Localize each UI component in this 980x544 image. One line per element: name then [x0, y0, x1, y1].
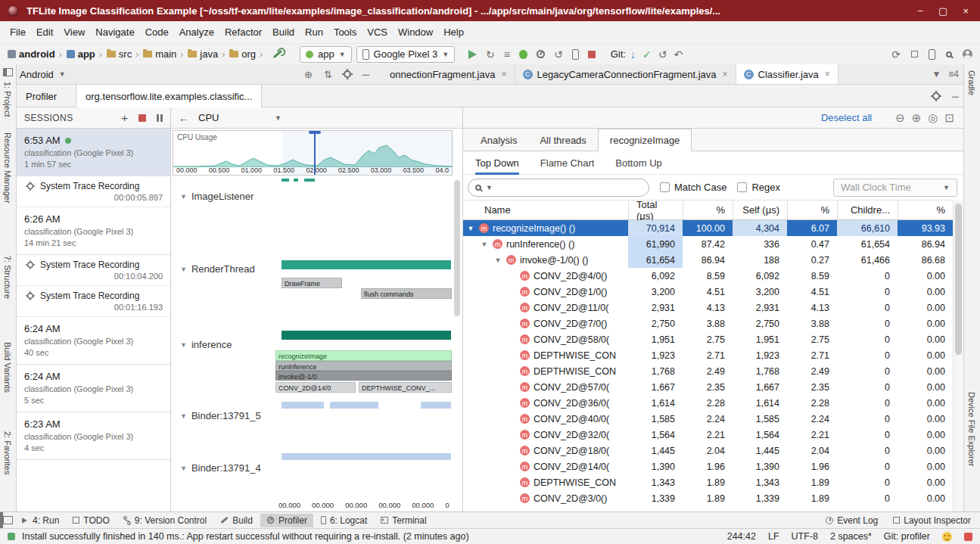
- editor-tab[interactable]: onnectionFragment.java ×: [382, 64, 515, 84]
- breadcrumb-item[interactable]: src ›: [107, 48, 139, 60]
- trace-event-drawframe[interactable]: DrawFrame: [282, 278, 342, 288]
- inference-activity-bar[interactable]: [282, 331, 451, 340]
- table-row[interactable]: mCONV_2D@4/0()6,0928.596,0928.5900.00: [463, 268, 953, 284]
- line-separator[interactable]: LF: [768, 531, 779, 542]
- column-children-pct[interactable]: %: [898, 201, 953, 219]
- menu-item[interactable]: Run: [300, 24, 328, 40]
- editor-tab-active[interactable]: C Classifier.java ×: [736, 64, 838, 84]
- run-button[interactable]: [468, 50, 477, 59]
- binder-activity-bar[interactable]: [282, 453, 451, 460]
- menu-item[interactable]: File: [5, 24, 31, 40]
- toolbar-item-run[interactable]: 4: Run: [14, 514, 65, 527]
- chevron-down-icon[interactable]: ▼: [932, 69, 941, 79]
- pause-icon[interactable]: [157, 114, 163, 122]
- tab-analysis[interactable]: Analysis: [469, 129, 528, 151]
- hidden-tabs-icon[interactable]: ≡4: [948, 69, 959, 79]
- session-item[interactable]: 6:23 AM classification (Google Pixel 3) …: [17, 412, 170, 460]
- clock-type-select[interactable]: Wall Clock Time ▼: [833, 179, 957, 197]
- minimize-button[interactable]: −: [914, 5, 928, 17]
- table-row[interactable]: mDEPTHWISE_CON1,3431.891,3431.8900.00: [463, 474, 953, 490]
- editor-tab[interactable]: C LegacyCameraConnectionFragment.java ×: [515, 64, 736, 84]
- match-case-checkbox[interactable]: [660, 182, 670, 192]
- sidebar-item-project[interactable]: 1: Project: [3, 82, 12, 117]
- sidebar-item-gradle[interactable]: Gradle: [967, 70, 976, 95]
- memory-indicator-icon[interactable]: [964, 533, 972, 541]
- tab-flame-chart[interactable]: Flame Chart: [540, 151, 595, 175]
- apply-changes-icon[interactable]: ↻: [486, 49, 495, 60]
- device-select[interactable]: Google Pixel 3 ▼: [356, 46, 455, 63]
- breadcrumb-item[interactable]: android ›: [8, 48, 63, 60]
- zoom-in-icon[interactable]: ⊕: [912, 111, 922, 125]
- binder-activity-bar[interactable]: [330, 402, 378, 409]
- breadcrumb-item[interactable]: app ›: [67, 48, 103, 60]
- menu-item[interactable]: VCS: [362, 24, 393, 40]
- tab-profiler-session[interactable]: org.tensorflow.lite.examples.classific..…: [76, 85, 262, 107]
- menu-item[interactable]: Edit: [31, 24, 58, 40]
- feedback-smiley-icon[interactable]: [942, 532, 952, 542]
- recording-item[interactable]: System Trace Recording 00:01:16.193: [17, 286, 170, 317]
- project-toolwindow-icon[interactable]: [3, 68, 13, 76]
- profile-button[interactable]: [537, 50, 545, 58]
- table-row[interactable]: mCONV_2D@11/0(2,9314.132,9314.1300.00: [463, 300, 953, 316]
- table-row[interactable]: mCONV_2D@32/0(1,5642.211,5642.2100.00: [463, 427, 953, 443]
- trace-event-recognizeimage[interactable]: recognizeImage: [275, 350, 452, 361]
- close-button[interactable]: ×: [959, 5, 972, 17]
- menu-item[interactable]: Analyze: [174, 24, 219, 40]
- toolbar-item-terminal[interactable]: Terminal: [375, 514, 432, 527]
- new-session-button[interactable]: +: [121, 111, 128, 124]
- close-icon[interactable]: ×: [825, 69, 830, 79]
- regex-checkbox[interactable]: [737, 182, 747, 192]
- search-input[interactable]: [497, 182, 642, 193]
- file-encoding[interactable]: UTF-8: [792, 531, 818, 542]
- hide-panel-icon[interactable]: ─: [952, 91, 959, 102]
- menu-item[interactable]: Code: [140, 24, 174, 40]
- git-rollback-icon[interactable]: ↺: [658, 49, 667, 60]
- stop-session-button[interactable]: [138, 114, 146, 122]
- close-icon[interactable]: ×: [723, 69, 728, 79]
- toolbar-item-version-control[interactable]: 9: Version Control: [117, 514, 213, 527]
- back-arrow-icon[interactable]: ←: [179, 112, 189, 124]
- sync-icon[interactable]: ↺: [554, 49, 563, 60]
- tab-top-down[interactable]: Top Down: [475, 151, 519, 175]
- cursor-position[interactable]: 244:42: [727, 531, 756, 542]
- sidebar-item-device-file-explorer[interactable]: Device File Explorer: [967, 392, 976, 466]
- selection-line[interactable]: [314, 131, 316, 175]
- table-row[interactable]: ▼minvoke@-1/0() ()61,65486.941880.2761,4…: [463, 252, 953, 268]
- git-update-icon[interactable]: ↓: [630, 49, 636, 60]
- toolbar-item-build[interactable]: Build: [214, 514, 259, 527]
- device-manager-icon[interactable]: [572, 49, 579, 60]
- toolbar-item-layout-inspector[interactable]: Layout Inspector: [887, 514, 977, 527]
- match-case-option[interactable]: Match Case: [660, 182, 726, 193]
- renderthread-activity-bar[interactable]: [282, 260, 451, 269]
- tab-all-threads[interactable]: All threads: [528, 129, 597, 151]
- close-icon[interactable]: ×: [501, 69, 506, 79]
- table-row[interactable]: mCONV_2D@7/0()2,7503.882,7503.8800.00: [463, 316, 953, 331]
- toolbar-item-event-log[interactable]: Event Log: [820, 514, 884, 527]
- table-row[interactable]: mCONV_2D@3/0()1,3391.891,3391.8900.00: [463, 490, 953, 506]
- indent-setting[interactable]: 2 spaces*: [830, 531, 872, 542]
- regex-option[interactable]: Regex: [737, 182, 780, 193]
- table-row[interactable]: mCONV_2D@1/0()3,2004.513,2004.5100.00: [463, 284, 953, 300]
- session-item[interactable]: 6:24 AM classification (Google Pixel 3) …: [17, 365, 170, 412]
- table-row[interactable]: ▼mrecognizeImage() ()70,914100.004,3046.…: [463, 220, 953, 236]
- git-commit-icon[interactable]: ✓: [642, 49, 652, 60]
- expand-arrow-icon[interactable]: ▼: [480, 241, 489, 248]
- trace-event-flush-commands[interactable]: flush commands: [361, 288, 452, 299]
- column-self[interactable]: Self (μs): [733, 201, 787, 219]
- maximize-button[interactable]: ▢: [935, 5, 951, 17]
- thread-row-binder5[interactable]: ▼ Binder:13791_5: [180, 410, 261, 421]
- menu-item[interactable]: Navigate: [90, 24, 139, 40]
- thread-row-inference[interactable]: ▼ inference: [180, 339, 232, 350]
- thread-row-imagelistener[interactable]: ▼ ImageListener: [180, 191, 254, 202]
- menu-item[interactable]: Window: [393, 24, 438, 40]
- thread-row-binder4[interactable]: ▼ Binder:13791_4: [180, 462, 261, 474]
- run-configuration-select[interactable]: app ▼: [300, 46, 352, 63]
- expand-arrow-icon[interactable]: ▼: [466, 225, 475, 232]
- table-row[interactable]: ▼mrunInference() ()61,99087.423360.4761,…: [463, 236, 953, 252]
- menu-item[interactable]: Refactor: [219, 24, 267, 40]
- breadcrumb-item[interactable]: org ›: [229, 48, 263, 60]
- session-item[interactable]: 6:53 AM classification (Google Pixel 3) …: [17, 129, 170, 176]
- search-everywhere-icon[interactable]: [946, 51, 952, 58]
- gear-icon[interactable]: [932, 92, 940, 100]
- project-view-selector[interactable]: Android ▼: [20, 64, 66, 84]
